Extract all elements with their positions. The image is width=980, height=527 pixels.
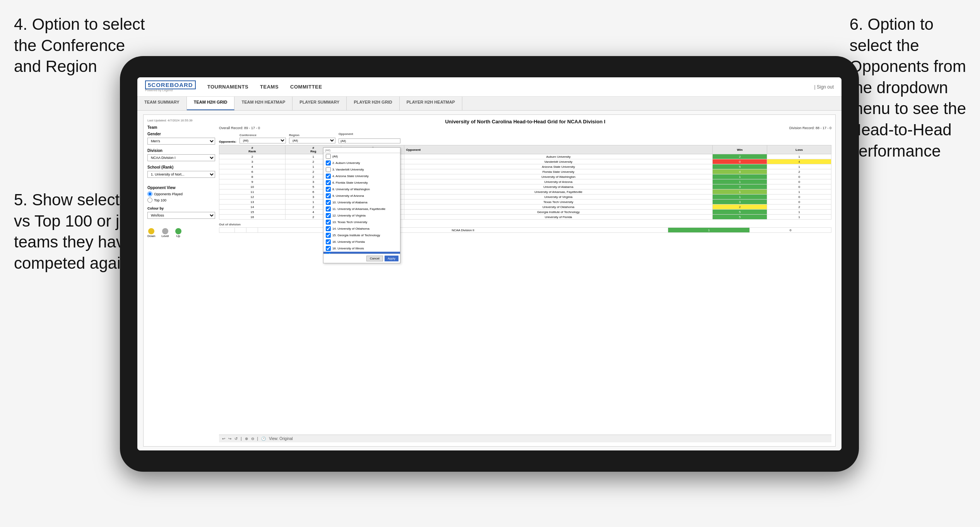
opponent-view-group: Opponents Played Top 100 <box>147 191 215 203</box>
overall-record: Overall Record: 89 - 17 - 0 <box>219 126 260 130</box>
tab-player-h2h-heatmap[interactable]: PLAYER H2H HEATMAP <box>400 97 462 110</box>
report-title: University of North Carolina Head-to-Hea… <box>219 119 831 125</box>
table-row: 105University of Alabama30 <box>219 184 831 189</box>
table-row: 123University of Virginia10 <box>219 194 831 200</box>
table-row: 82University of Washington10 <box>219 174 831 179</box>
nav-tournaments[interactable]: TOURNAMENTS <box>207 84 248 90</box>
colour-legend: Down Level Up <box>147 228 215 238</box>
nav-committee[interactable]: COMMITTEE <box>290 84 322 90</box>
radio-top-100[interactable]: Top 100 <box>147 198 215 203</box>
out-of-division: Out of division NCAA Division II 1 <box>219 223 831 233</box>
dropdown-item-4[interactable]: 6. Florida State University <box>323 179 400 186</box>
toolbar-clock: 🕐 <box>261 437 266 441</box>
school-select[interactable]: 1. University of Nort... <box>147 171 215 178</box>
region-label: Region <box>289 133 335 137</box>
tab-team-summary[interactable]: TEAM SUMMARY <box>137 97 187 110</box>
toolbar-view: View: Original <box>269 437 293 441</box>
tab-player-h2h-grid[interactable]: PLAYER H2H GRID <box>347 97 399 110</box>
logo: 5COREBOARD Powered by Legend <box>145 82 196 92</box>
conference-label: Conference <box>239 133 286 137</box>
apply-button[interactable]: Apply <box>385 256 398 261</box>
dropdown-item-7[interactable]: 10. University of Alabama <box>323 199 400 206</box>
dropdown-item-14[interactable]: 18. University of Illinois <box>323 245 400 252</box>
out-div-row: NCAA Division II 1 0 <box>219 228 831 233</box>
tab-team-h2h-heatmap[interactable]: TEAM H2H HEATMAP <box>234 97 292 110</box>
colour-by-select[interactable]: Win/loss <box>147 212 215 219</box>
col-rank: #Rank <box>219 145 286 154</box>
conference-select[interactable]: (All) <box>239 138 286 143</box>
dot-up <box>175 228 181 234</box>
table-row: 131Texas Tech University30 <box>219 200 831 205</box>
opponent-view-label: Opponent View <box>147 186 215 190</box>
dropdown-search-input[interactable] <box>323 148 400 153</box>
table-row: 211Auburn University21 <box>219 154 831 159</box>
dropdown-list: (All) 2. Auburn University 3. Vanderbilt… <box>323 153 400 254</box>
dot-down <box>148 228 154 234</box>
nav-teams[interactable]: TEAMS <box>260 84 279 90</box>
left-panel: Last Updated: 4/7/2024 16:55:39 Team Gen… <box>147 119 215 442</box>
dot-level-label: Level <box>161 234 169 238</box>
sign-out[interactable]: | Sign out <box>814 84 834 90</box>
dropdown-item-6[interactable]: 9. University of Arizona <box>323 193 400 199</box>
dropdown-item-8[interactable]: 11. University of Arkansas, Fayetteville <box>323 206 400 212</box>
toolbar-zoom-out[interactable]: ⊖ <box>251 437 254 441</box>
h2h-table: #Rank #Reg #Conf Opponent Win Loss <box>219 145 831 220</box>
dropdown-item-12[interactable]: 15. Georgia Institute of Technology <box>323 232 400 239</box>
table-row: 41Arizona State University51 <box>219 164 831 169</box>
tab-player-summary[interactable]: PLAYER SUMMARY <box>292 97 347 110</box>
colour-by-label: Colour by <box>147 206 215 210</box>
report-toolbar: ↩ ↪ ↺ | ⊕ ⊖ | 🕐 View: Original <box>219 435 831 442</box>
header-row: #Rank #Reg #Conf Opponent Win Loss <box>219 145 831 154</box>
dropdown-item-1[interactable]: 2. Auburn University <box>323 160 400 166</box>
col-loss: Loss <box>767 145 831 154</box>
tablet-screen: 5COREBOARD Powered by Legend TOURNAMENTS… <box>137 77 841 450</box>
dropdown-item-5[interactable]: 8. University of Washington <box>323 186 400 193</box>
toolbar-undo[interactable]: ↩ <box>222 437 225 441</box>
out-div-title: Out of division <box>219 223 831 226</box>
main-content: Last Updated: 4/7/2024 16:55:39 Team Gen… <box>137 111 841 450</box>
last-updated: Last Updated: 4/7/2024 16:55:39 <box>147 119 215 122</box>
table-body: 211Auburn University21 32Vanderbilt Univ… <box>219 154 831 220</box>
colour-level: Level <box>161 228 169 238</box>
toolbar-redo[interactable]: ↪ <box>228 437 231 441</box>
toolbar-zoom-in[interactable]: ⊕ <box>245 437 248 441</box>
main-nav: TOURNAMENTS TEAMS COMMITTEE <box>207 84 803 90</box>
conference-filter-group: Conference (All) <box>239 133 286 143</box>
opponent-dropdown-trigger[interactable] <box>339 138 400 143</box>
school-label: School (Rank) <box>147 165 215 169</box>
colour-up: Up <box>175 228 181 238</box>
opponent-filter-group: Opponent (All) <box>339 132 400 143</box>
opponent-label: Opponent <box>339 132 400 136</box>
division-label: Division <box>147 148 215 153</box>
tab-team-h2h-grid[interactable]: TEAM H2H GRID <box>187 97 235 110</box>
division-select[interactable]: NCAA Division I <box>147 154 215 161</box>
dropdown-item-2[interactable]: 3. Vanderbilt University <box>323 166 400 173</box>
dropdown-item-all[interactable]: (All) <box>323 153 400 160</box>
dropdown-item-11[interactable]: 14. University of Oklahoma <box>323 225 400 232</box>
region-filter-group: Region (All) <box>289 133 335 143</box>
toolbar-refresh[interactable]: ↺ <box>234 437 238 441</box>
report-container: Last Updated: 4/7/2024 16:55:39 Team Gen… <box>143 114 836 447</box>
division-record: Division Record: 88 - 17 - 0 <box>789 126 831 130</box>
team-label: Team <box>147 125 215 130</box>
table-row: 116University of Arkansas, Fayetteville1… <box>219 189 831 194</box>
opponent-dropdown: (All) 2. Auburn University 3. Vanderbilt… <box>323 147 400 263</box>
dropdown-buttons: Cancel Apply <box>323 254 400 263</box>
table-row: 142University of Oklahoma22 <box>219 205 831 210</box>
dropdown-item-10[interactable]: 13. Texas Tech University <box>323 219 400 225</box>
opponents-prefix: Opponents: <box>219 140 236 143</box>
out-div-body: NCAA Division II 1 0 <box>219 228 831 233</box>
dropdown-item-13[interactable]: 16. University of Florida <box>323 239 400 245</box>
cancel-button[interactable]: Cancel <box>366 256 383 261</box>
tablet-device: 5COREBOARD Powered by Legend TOURNAMENTS… <box>120 56 859 472</box>
sub-nav: TEAM SUMMARY TEAM H2H GRID TEAM H2H HEAT… <box>137 97 841 111</box>
table-container: #Rank #Reg #Conf Opponent Win Loss <box>219 145 831 435</box>
table-row: 162University of Florida51 <box>219 215 831 220</box>
nav-bar: 5COREBOARD Powered by Legend TOURNAMENTS… <box>137 77 841 97</box>
record-row: Overall Record: 89 - 17 - 0 Division Rec… <box>219 126 831 130</box>
region-select[interactable]: (All) <box>289 138 335 143</box>
radio-opponents-played[interactable]: Opponents Played <box>147 191 215 196</box>
dropdown-item-3[interactable]: 4. Arizona State University <box>323 173 400 179</box>
dropdown-item-9[interactable]: 12. University of Virginia <box>323 212 400 219</box>
gender-select[interactable]: Men's <box>147 138 215 145</box>
